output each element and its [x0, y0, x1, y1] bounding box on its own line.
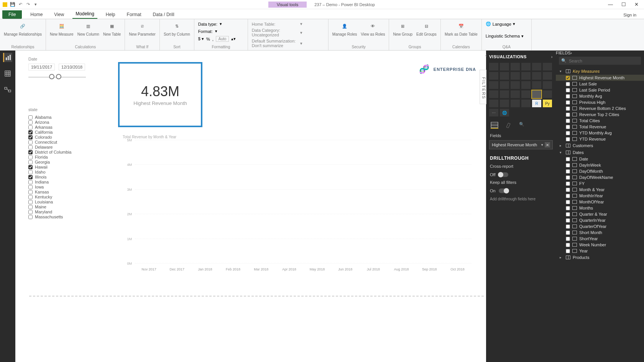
- state-option[interactable]: California: [28, 130, 479, 134]
- field-leaf[interactable]: Previous High: [556, 99, 644, 105]
- data-type-row[interactable]: Data type: ▾: [198, 21, 244, 26]
- viz-type-tile[interactable]: [511, 81, 520, 89]
- table-node[interactable]: ▾Dates: [556, 149, 644, 156]
- date-from[interactable]: 19/11/2017: [28, 64, 55, 70]
- minimize-icon[interactable]: —: [608, 2, 613, 7]
- tab-home[interactable]: Home: [27, 10, 46, 19]
- analytics-tab-icon[interactable]: 🔍: [519, 122, 524, 129]
- tab-datadrill[interactable]: Data / Drill: [150, 10, 177, 19]
- viz-type-tile[interactable]: [543, 90, 552, 98]
- viz-type-tile[interactable]: [521, 90, 531, 98]
- viz-type-tile[interactable]: [532, 81, 541, 89]
- report-view-icon[interactable]: [3, 53, 12, 62]
- viz-type-tile[interactable]: [511, 90, 520, 98]
- card-visual-selected[interactable]: 4.83M Highest Revenue Month: [118, 62, 202, 127]
- sign-in-link[interactable]: Sign in: [621, 11, 639, 19]
- format-tab-icon[interactable]: [505, 122, 512, 129]
- tab-format[interactable]: Format: [124, 10, 145, 19]
- new-column-button[interactable]: ▥New Column: [77, 21, 99, 36]
- filters-collapsed-tab[interactable]: FILTERS: [480, 70, 486, 104]
- date-range-slider[interactable]: [28, 74, 86, 80]
- state-option[interactable]: Arizona: [28, 120, 479, 124]
- field-leaf[interactable]: Revenue Top 2 Cities: [556, 111, 644, 118]
- fields-search[interactable]: 🔍: [559, 57, 641, 65]
- new-table-button[interactable]: ▦New Table: [103, 21, 121, 36]
- field-leaf[interactable]: Date: [556, 156, 644, 162]
- viz-type-tile[interactable]: [500, 72, 509, 80]
- decimal-stepper[interactable]: ▴▾: [231, 36, 236, 41]
- field-leaf[interactable]: YTD Monthly Avg: [556, 130, 644, 136]
- file-tab[interactable]: File: [2, 10, 22, 19]
- new-parameter-button[interactable]: ⎚New Parameter: [129, 21, 155, 36]
- tab-help[interactable]: Help: [103, 10, 118, 19]
- percent-icon[interactable]: %: [206, 37, 210, 41]
- manage-relationships-button[interactable]: 🔗Manage Relationships: [4, 21, 42, 36]
- currency-icon[interactable]: $ ▾: [198, 36, 204, 41]
- viz-type-tile[interactable]: [521, 63, 531, 70]
- table-node[interactable]: ▾Key Measures: [556, 68, 644, 75]
- viz-collapse-icon[interactable]: ›: [551, 54, 553, 59]
- field-leaf[interactable]: Week Number: [556, 242, 644, 248]
- maximize-icon[interactable]: ☐: [621, 2, 626, 7]
- field-leaf[interactable]: QuarterInYear: [556, 217, 644, 223]
- viz-type-tile[interactable]: [543, 81, 552, 89]
- data-view-icon[interactable]: [3, 69, 12, 78]
- state-option[interactable]: Arkansas: [28, 125, 479, 129]
- format-row[interactable]: Format: ▾: [198, 29, 244, 34]
- viz-type-tile[interactable]: [489, 63, 498, 70]
- drillthrough-drop-hint[interactable]: Add drillthrough fields here: [486, 195, 556, 203]
- visual-tools-context-tab[interactable]: Visual tools: [268, 2, 307, 8]
- viz-type-tile[interactable]: [500, 81, 509, 89]
- report-canvas[interactable]: ‹ FILTERS 🧬ENTERPRISE DNA Date 19/11/201…: [15, 51, 486, 362]
- field-leaf[interactable]: ShortYear: [556, 236, 644, 242]
- field-leaf[interactable]: Total Revenue: [556, 124, 644, 130]
- close-icon[interactable]: ✕: [634, 2, 639, 7]
- viz-type-tile[interactable]: [511, 63, 520, 70]
- field-leaf[interactable]: Quarter & Year: [556, 211, 644, 217]
- cross-report-toggle[interactable]: Off: [486, 171, 556, 179]
- view-as-roles-button[interactable]: 👁View as Roles: [361, 21, 385, 36]
- field-leaf[interactable]: Months: [556, 205, 644, 211]
- viz-type-tile[interactable]: [532, 72, 541, 80]
- state-option[interactable]: Alabama: [28, 115, 479, 120]
- fields-tree[interactable]: ▾Key MeasuresHighest Revenue MonthLast S…: [556, 68, 644, 362]
- field-leaf[interactable]: Monthly Avg: [556, 93, 644, 99]
- viz-type-tile[interactable]: [500, 63, 509, 70]
- field-leaf[interactable]: Highest Revenue Month: [556, 75, 644, 81]
- slider-handle-from[interactable]: [49, 74, 54, 79]
- field-leaf[interactable]: DayOfMonth: [556, 168, 644, 174]
- viz-type-tile[interactable]: [543, 72, 552, 80]
- viz-type-tile[interactable]: Py: [543, 100, 552, 107]
- field-leaf[interactable]: DayOfWeekName: [556, 174, 644, 180]
- mark-date-table-button[interactable]: 📅Mark as Date Table: [445, 21, 478, 36]
- field-well-item[interactable]: Highest Revenue Month▾ ✕: [489, 140, 553, 149]
- table-node[interactable]: ▸Customers: [556, 142, 644, 149]
- save-icon[interactable]: 💾: [10, 2, 15, 7]
- collapse-panes-icon[interactable]: ‹: [485, 53, 487, 58]
- tab-view[interactable]: View: [51, 10, 67, 19]
- field-leaf[interactable]: Year: [556, 248, 644, 254]
- field-leaf[interactable]: Last Sale Period: [556, 87, 644, 93]
- home-table-row[interactable]: Home Table: ▾: [252, 21, 324, 26]
- field-leaf[interactable]: Revenue Bottom 2 Cities: [556, 105, 644, 111]
- field-leaf[interactable]: MonthInYear: [556, 193, 644, 199]
- edit-groups-button[interactable]: ⊟Edit Groups: [416, 21, 437, 36]
- field-leaf[interactable]: YTD Revenue: [556, 136, 644, 142]
- fields-well-tab-icon[interactable]: [491, 122, 498, 129]
- new-group-button[interactable]: ⊞New Group: [393, 21, 412, 36]
- viz-type-tile[interactable]: [532, 90, 541, 98]
- date-to[interactable]: 12/10/2018: [59, 64, 85, 70]
- qat-dropdown-icon[interactable]: ▾: [33, 2, 38, 7]
- viz-type-tile[interactable]: [521, 100, 531, 107]
- viz-type-tile[interactable]: ⋯: [489, 109, 498, 116]
- remove-field-icon[interactable]: ✕: [545, 142, 550, 147]
- decimal-auto[interactable]: Auto: [216, 36, 229, 42]
- viz-type-tile[interactable]: [500, 90, 509, 98]
- viz-type-tile[interactable]: [489, 100, 498, 107]
- viz-type-tile[interactable]: [532, 63, 541, 70]
- field-leaf[interactable]: Short Month: [556, 229, 644, 236]
- data-category-row[interactable]: Data Category: Uncategorized▾: [252, 28, 324, 37]
- viz-type-tile[interactable]: R: [532, 100, 541, 107]
- field-leaf[interactable]: MonthOfYear: [556, 199, 644, 205]
- viz-type-tile[interactable]: [489, 81, 498, 89]
